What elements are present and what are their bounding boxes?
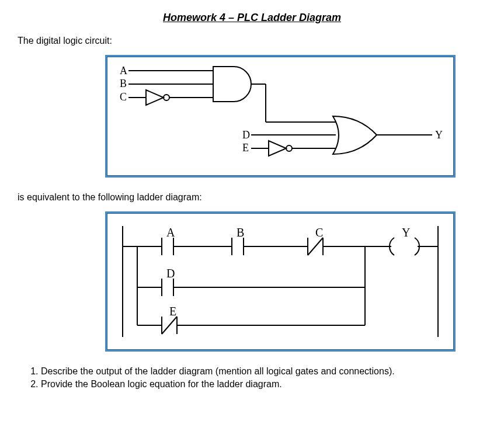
not-gate-icon [146,90,164,105]
intro-text-2: is equivalent to the following ladder di… [18,192,486,203]
ladder-label-B: B [237,226,244,239]
logic-label-B: B [120,78,127,89]
not-gate-icon [269,141,286,156]
page-title: Homework 4 – PLC Ladder Diagram [18,12,486,24]
ladder-diagram-svg: A B C Y D E [114,220,447,343]
or-gate-icon [333,116,377,154]
logic-label-D: D [242,129,250,141]
ladder-diagram-frame: A B C Y D E [105,211,456,352]
ladder-label-E: E [169,305,176,318]
svg-line-40 [162,317,177,334]
logic-label-Y: Y [435,129,443,141]
question-item: Describe the output of the ladder diagra… [41,366,486,377]
logic-label-E: E [242,142,249,154]
svg-line-27 [308,238,323,255]
ladder-label-D: D [166,267,175,280]
logic-circuit-svg: A B C D E Y [114,64,447,169]
questions-list: Describe the output of the ladder diagra… [18,366,486,390]
ladder-label-A: A [166,226,175,239]
question-item: Provide the Boolean logic equation for t… [41,379,486,390]
logic-label-A: A [120,65,127,77]
ladder-label-Y: Y [402,226,410,239]
logic-circuit-frame: A B C D E Y [105,55,456,178]
intro-text-1: The digital logic circuit: [18,36,486,46]
and-gate-icon [213,67,251,102]
ladder-label-C: C [315,226,323,239]
logic-label-C: C [120,91,127,103]
